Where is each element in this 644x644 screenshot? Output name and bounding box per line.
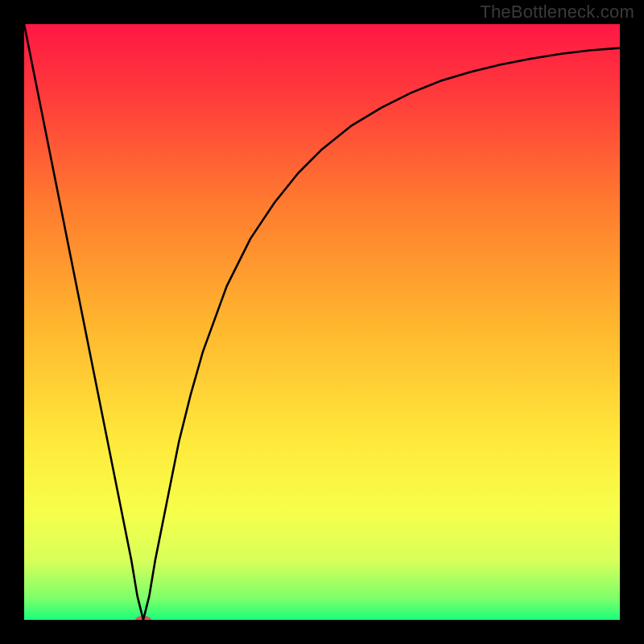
gradient-background [24, 24, 620, 620]
watermark-text: TheBottleneck.com [480, 2, 634, 23]
chart-svg [24, 24, 620, 620]
chart-container: TheBottleneck.com [0, 0, 644, 644]
plot-area [24, 24, 620, 620]
